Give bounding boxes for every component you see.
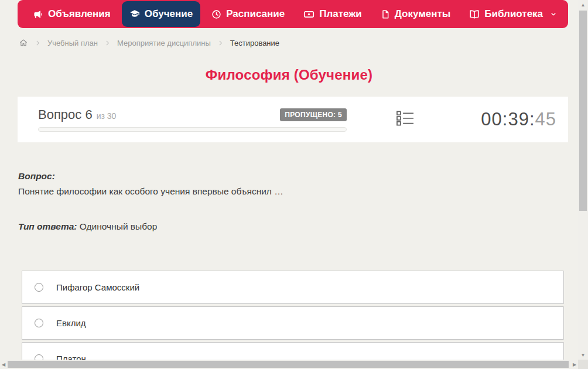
scroll-right-arrow-icon[interactable]: ▶ [571, 360, 578, 369]
nav-item-label: Объявления [48, 8, 111, 20]
main-navigation: Объявления Обучение Расписание Платежи Д… [18, 0, 568, 28]
nav-item-label: Расписание [226, 8, 285, 20]
radio-button[interactable] [35, 319, 43, 327]
home-icon[interactable] [19, 38, 28, 47]
scrollbar-corner [578, 360, 588, 369]
chevron-right-icon [217, 39, 224, 47]
timer-hours-minutes: 00:39: [481, 109, 535, 129]
radio-button[interactable] [35, 283, 43, 292]
question-label: Вопрос: [18, 171, 55, 182]
skipped-badge: ПРОПУЩЕНО: 5 [280, 108, 347, 121]
horizontal-scrollbar[interactable]: ◀ ▶ [0, 360, 578, 369]
banknote-icon [303, 9, 314, 19]
question-header-card: Вопрос 6 из 30 ПРОПУЩЕНО: 5 00:39:45 [18, 97, 568, 142]
nav-item-announcements[interactable]: Объявления [26, 1, 118, 27]
question-list-button[interactable] [396, 110, 414, 129]
horizontal-scrollbar-thumb[interactable] [8, 361, 569, 368]
timer: 00:39:45 [481, 109, 556, 130]
nav-item-label: Документы [395, 8, 451, 20]
nav-item-documents[interactable]: Документы [373, 1, 459, 27]
graduation-cap-icon [129, 9, 140, 19]
answer-type-value: Одиночный выбор [80, 221, 158, 231]
answer-option-label: Евклид [56, 318, 86, 328]
answer-type-label: Тип ответа: [18, 221, 77, 231]
megaphone-icon [33, 9, 43, 19]
scroll-left-arrow-icon[interactable]: ◀ [0, 360, 7, 369]
chevron-down-icon [550, 11, 557, 18]
nav-item-label: Обучение [145, 8, 193, 20]
nav-item-schedule[interactable]: Расписание [204, 1, 292, 27]
question-total: из 30 [97, 111, 117, 121]
question-list-icon [396, 110, 414, 129]
document-icon [381, 9, 390, 19]
nav-item-label: Библиотека [484, 8, 543, 20]
nav-item-learning[interactable]: Обучение [122, 1, 200, 27]
clock-icon [211, 9, 221, 19]
answer-type-line: Тип ответа: Одиночный выбор [18, 221, 157, 232]
vertical-scrollbar[interactable]: ▲ ▼ [578, 0, 588, 369]
chevron-right-icon [104, 39, 111, 47]
scroll-down-arrow-icon[interactable]: ▼ [578, 350, 588, 360]
vertical-scrollbar-thumb[interactable] [579, 11, 587, 211]
timer-seconds: 45 [535, 109, 556, 129]
nav-item-label: Платежи [319, 8, 362, 20]
breadcrumb: Учебный план Мероприятие дисциплины Тест… [19, 36, 279, 49]
progress-bar [38, 127, 347, 132]
scroll-up-arrow-icon[interactable]: ▲ [578, 0, 588, 9]
answer-option-label: Пифагор Самосский [56, 282, 139, 292]
book-icon [469, 9, 480, 19]
answer-option[interactable]: Евклид [22, 306, 564, 340]
breadcrumb-item-testing: Тестирование [230, 39, 279, 47]
question-number: Вопрос 6 [38, 107, 93, 122]
question-progress-block: Вопрос 6 из 30 ПРОПУЩЕНО: 5 [38, 107, 347, 132]
chevron-right-icon [34, 39, 42, 47]
answer-option[interactable]: Пифагор Самосский [22, 271, 564, 304]
nav-item-library[interactable]: Библиотека [461, 1, 565, 27]
breadcrumb-item-discipline-event[interactable]: Мероприятие дисциплины [117, 39, 211, 47]
nav-item-payments[interactable]: Платежи [296, 1, 370, 27]
breadcrumb-item-curriculum[interactable]: Учебный план [47, 39, 98, 47]
question-text: Понятие философии как особого учения впе… [18, 186, 283, 197]
page-title: Философия (Обучение) [0, 67, 578, 83]
